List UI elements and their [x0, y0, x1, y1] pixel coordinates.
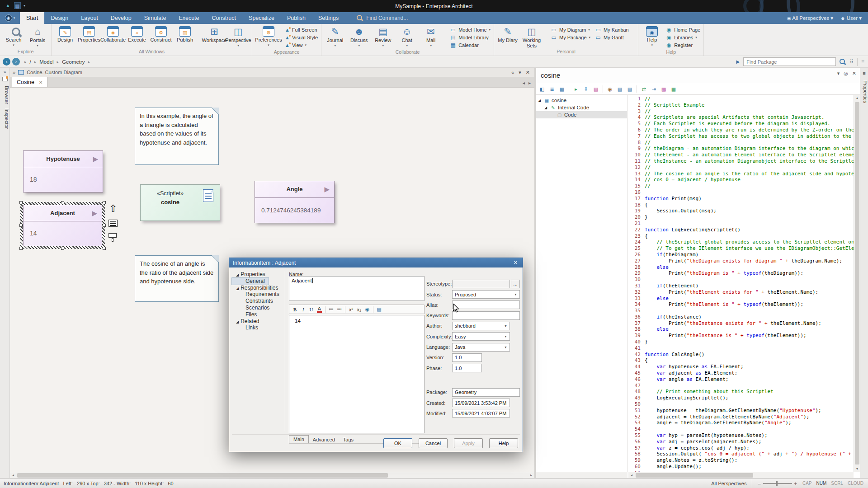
- chevron-icon[interactable]: »: [0, 70, 9, 75]
- breadcrumb-item-geometry[interactable]: Geometry: [62, 59, 85, 65]
- ribbon-tab-publish[interactable]: Publish: [281, 12, 312, 24]
- visual-style-button[interactable]: ▲Visual Style: [285, 34, 318, 41]
- link-diagram-icon[interactable]: ◧: [538, 85, 546, 93]
- user-menu[interactable]: ☻ User ▾: [840, 15, 862, 21]
- execute-button[interactable]: »Execute: [127, 25, 147, 43]
- scrollbar-thumb[interactable]: [17, 473, 388, 478]
- journal-button[interactable]: ✎Journal▾: [325, 25, 345, 47]
- my-kanban-button[interactable]: ▭My Kanban: [595, 26, 635, 33]
- my-gantt-button[interactable]: ▭My Gantt: [595, 34, 635, 41]
- chevron-down-icon[interactable]: ▾: [519, 70, 521, 75]
- grid-a-icon[interactable]: ▩: [660, 85, 668, 93]
- dialog-tree-item-constraints[interactable]: Constraints: [232, 298, 285, 305]
- help-button[interactable]: ◉ Help ▾: [642, 25, 662, 47]
- element-hypotenuse[interactable]: Hypotenuse▶ 18: [23, 150, 103, 192]
- run-script-icon[interactable]: ▸: [572, 85, 580, 93]
- ribbon-tab-design[interactable]: Design: [44, 12, 75, 24]
- resize-handle[interactable]: [61, 201, 64, 204]
- dialog-tab-tags[interactable]: Tags: [339, 436, 358, 443]
- find-binoculars-icon[interactable]: ◉: [606, 85, 614, 93]
- construct-button[interactable]: ⚙Construct: [151, 25, 171, 43]
- perspective-button[interactable]: ◫ Perspective ▾: [228, 25, 249, 47]
- author--combo[interactable]: shebbard▼: [452, 322, 510, 330]
- zoom-track[interactable]: [763, 483, 792, 484]
- dialog-tree-item-general[interactable]: General: [232, 278, 269, 285]
- home-page-button[interactable]: ◉Home Page: [665, 26, 700, 33]
- element-scriptlet[interactable]: «Scriptlet» cosine: [140, 184, 220, 221]
- scrollbar-thumb[interactable]: [855, 102, 859, 465]
- modified--field[interactable]: 15/09/2021 4:03:07 PM: [452, 409, 510, 418]
- up-arrow-icon[interactable]: ⇧: [109, 204, 117, 213]
- full-screen-button[interactable]: ▲Full Screen: [285, 26, 318, 33]
- window-icon[interactable]: ▦: [558, 85, 566, 93]
- scroll-left-icon[interactable]: ◂: [10, 473, 16, 478]
- alias--field[interactable]: [452, 300, 520, 309]
- note-element[interactable]: In this example, the angle of a triangle…: [135, 108, 219, 165]
- page-search-icon[interactable]: ▤: [616, 85, 624, 93]
- view-button[interactable]: ▲View▾: [285, 42, 318, 49]
- keywords--field[interactable]: [452, 311, 520, 320]
- dialog-tree-item-responsibilities[interactable]: ◢Responsibilities: [232, 285, 285, 291]
- sidebar-tab-inspector[interactable]: Inspector: [0, 108, 9, 129]
- grid-dots-icon[interactable]: ⠿: [849, 59, 854, 65]
- stereotype-field[interactable]: [452, 280, 510, 288]
- resize-handle[interactable]: [103, 224, 106, 227]
- chevron-down-icon[interactable]: ▾: [837, 70, 840, 76]
- review-button[interactable]: ▤Review▾: [373, 25, 393, 47]
- indent-icon[interactable]: ⇥: [650, 85, 658, 93]
- list-icon[interactable]: [108, 220, 118, 227]
- element-adjacent-selection[interactable]: Adjacent▶ 14: [20, 202, 105, 249]
- language--combo[interactable]: Java▼: [452, 343, 510, 352]
- dialog-tree-item-links[interactable]: Links: [232, 324, 285, 331]
- subscript-button[interactable]: x₂: [357, 307, 362, 312]
- model-library-button[interactable]: ▤Model Library: [450, 34, 491, 41]
- working-sets-button[interactable]: ◫Working Sets: [521, 25, 542, 48]
- collapse-icon[interactable]: «: [511, 70, 514, 75]
- search-icon[interactable]: [840, 59, 846, 65]
- tab-scroll-right-icon[interactable]: ▸: [528, 80, 531, 85]
- resize-handle[interactable]: [19, 247, 23, 250]
- portals-button[interactable]: ⌂ Portals ▾: [27, 25, 48, 47]
- chat-button[interactable]: ☺Chat▾: [396, 25, 417, 47]
- resize-handle[interactable]: [103, 247, 106, 250]
- properties-button[interactable]: ▤Properties: [79, 25, 99, 43]
- tab-cosine[interactable]: Cosine ✕: [12, 77, 47, 87]
- mail-button[interactable]: ✉Mail▾: [420, 25, 441, 47]
- dialog-tree-item-files[interactable]: Files: [232, 311, 285, 318]
- model-home-button[interactable]: ▭Model Home▾: [450, 26, 491, 33]
- tree-horizontal-scrollbar[interactable]: [536, 472, 627, 478]
- breadcrumb-item--[interactable]: /: [30, 59, 31, 65]
- code-tree-item-code[interactable]: ▢Code: [536, 111, 627, 118]
- ribbon-tab-layout[interactable]: Layout: [75, 12, 104, 24]
- ok-button[interactable]: OK: [383, 438, 412, 448]
- code-tree-item-internal-code[interactable]: ◢✎Internal Code: [536, 104, 627, 111]
- close-icon[interactable]: ✕: [852, 70, 856, 76]
- close-icon[interactable]: ✕: [512, 260, 519, 266]
- status-perspectives[interactable]: All Perspectives: [711, 481, 746, 486]
- perspectives-menu[interactable]: ◉ All Perspectives ▾: [787, 15, 833, 21]
- dialog-tree-item-related[interactable]: ◢Related: [232, 318, 285, 325]
- dialog-titlebar[interactable]: InformationItem : Adjacent ✕: [229, 258, 523, 267]
- page-search-2-icon[interactable]: ▤: [626, 85, 634, 93]
- element-list-icon[interactable]: ≣: [548, 85, 556, 93]
- zoom-knob[interactable]: [776, 481, 778, 486]
- pinned-window-icon[interactable]: [2, 77, 8, 81]
- code-editor[interactable]: 1//2// Scriptlet Example3//4// Scriptlet…: [628, 95, 854, 472]
- code-tree-item-cosine[interactable]: ◢▦cosine: [536, 97, 627, 104]
- ellipsis-button[interactable]: …: [511, 280, 520, 288]
- ribbon-tab-specialize[interactable]: Specialize: [242, 12, 281, 24]
- font-color-button[interactable]: A: [317, 306, 322, 313]
- my-diagram-button[interactable]: ▭My Diagram▾: [551, 26, 590, 33]
- ribbon-tab-develop[interactable]: Develop: [104, 12, 138, 24]
- ribbon-tab-simulate[interactable]: Simulate: [138, 12, 173, 24]
- connector-icon[interactable]: [108, 233, 118, 243]
- resize-handle[interactable]: [61, 247, 64, 250]
- chevron-icon[interactable]: »: [13, 70, 15, 75]
- publish-button[interactable]: ▥Publish: [175, 25, 195, 43]
- zoom-slider[interactable]: – +: [758, 481, 797, 486]
- preferences-button[interactable]: ⚙ Preferences ▾: [255, 25, 282, 47]
- scroll-down-icon[interactable]: ▾: [854, 467, 860, 471]
- my-package-button[interactable]: ▭My Package▾: [551, 34, 590, 41]
- element-adjacent[interactable]: Adjacent▶ 14: [23, 205, 102, 246]
- help-button[interactable]: Help: [489, 438, 518, 448]
